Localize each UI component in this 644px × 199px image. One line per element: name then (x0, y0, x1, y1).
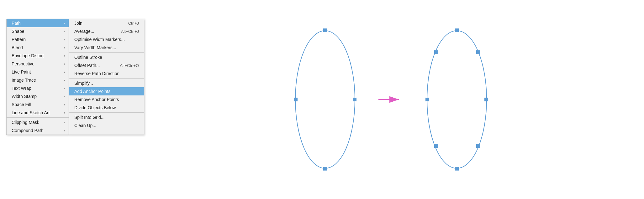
left-menu-item[interactable]: Perspective› (7, 60, 69, 68)
ellipse-container (291, 21, 491, 178)
menu-separator (69, 78, 144, 79)
menu-item-label: Clean Up... (74, 123, 139, 128)
menu-item-label: Shape (12, 29, 58, 34)
right-menu-item[interactable]: JoinCtrl+J (69, 19, 144, 27)
right-menu-item[interactable]: Simplify... (69, 79, 144, 87)
submenu-arrow-icon: › (64, 95, 65, 98)
left-menu-item[interactable]: Blend› (7, 43, 69, 52)
menu-item-label: Offset Path... (74, 63, 110, 68)
right-menu-item[interactable]: Reverse Path Direction (69, 69, 144, 78)
left-menu: Path›Shape›Pattern›Blend›Envelope Distor… (6, 19, 69, 135)
menu-item-label: Add Anchor Points (74, 89, 139, 94)
menu-shortcut: Alt+Ctrl+O (120, 63, 139, 68)
right-menu-item[interactable]: Optimise Width Markers... (69, 35, 144, 43)
submenu-arrow-icon: › (64, 30, 65, 33)
menu-item-label: Image Trace (12, 78, 58, 83)
submenu-arrow-icon: › (64, 62, 65, 66)
left-menu-item[interactable]: Line and Sketch Art› (7, 109, 69, 117)
left-menu-item[interactable]: Shape› (7, 27, 69, 35)
anchor-point (476, 50, 480, 54)
submenu-arrow-icon: › (64, 111, 65, 115)
after-ellipse (422, 21, 491, 178)
svg-point-0 (295, 31, 355, 168)
menu-item-label: Reverse Path Direction (74, 71, 139, 76)
menu-shortcut: Alt+Ctrl+J (121, 29, 139, 34)
left-menu-item[interactable]: Image Trace› (7, 76, 69, 84)
right-menu-item[interactable]: Split Into Grid... (69, 113, 144, 121)
right-menu-item[interactable]: Outline Stroke (69, 53, 144, 61)
left-menu-item[interactable]: Space Fill› (7, 100, 69, 109)
menu-item-label: Compound Path (12, 128, 58, 133)
left-menu-item[interactable]: Clipping Mask› (7, 118, 69, 126)
illustration-area (144, 6, 638, 193)
menu-item-label: Vary Width Markers... (74, 45, 139, 50)
left-menu-item[interactable]: Compound Path› (7, 126, 69, 135)
menu-separator (69, 52, 144, 53)
anchor-point (484, 98, 488, 101)
submenu-arrow-icon: › (64, 87, 65, 90)
menu-item-label: Pattern (12, 37, 58, 42)
anchor-point (476, 144, 480, 148)
menu-separator (69, 112, 144, 113)
menu-area: Path›Shape›Pattern›Blend›Envelope Distor… (6, 19, 144, 135)
submenu-arrow-icon: › (64, 79, 65, 82)
arrow (378, 93, 404, 106)
anchor-point (294, 98, 298, 101)
menu-item-label: Join (74, 21, 119, 26)
right-menu-item[interactable]: Average...Alt+Ctrl+J (69, 27, 144, 35)
anchor-point (323, 28, 327, 32)
anchor-point (353, 98, 356, 101)
menu-item-label: Text Wrap (12, 86, 58, 91)
menu-item-label: Outline Stroke (74, 55, 139, 60)
left-menu-item[interactable]: Path› (7, 19, 69, 27)
left-menu-item[interactable]: Pattern› (7, 35, 69, 43)
menu-shortcut: Ctrl+J (128, 21, 139, 26)
anchor-point (434, 144, 438, 148)
left-menu-item[interactable]: Text Wrap› (7, 84, 69, 92)
submenu-arrow-icon: › (64, 46, 65, 49)
menu-item-label: Remove Anchor Points (74, 97, 139, 102)
right-menu: JoinCtrl+JAverage...Alt+Ctrl+JOptimise W… (69, 19, 144, 135)
right-menu-item[interactable]: Add Anchor Points (69, 87, 144, 95)
anchor-point (434, 50, 438, 54)
submenu-arrow-icon: › (64, 103, 65, 106)
menu-item-label: Width Stamp (12, 94, 58, 99)
submenu-arrow-icon: › (64, 22, 65, 25)
menu-item-label: Line and Sketch Art (12, 110, 58, 115)
anchor-point (455, 167, 459, 171)
right-menu-item[interactable]: Divide Objects Below (69, 104, 144, 112)
menu-item-label: Live Paint (12, 69, 58, 74)
left-menu-item[interactable]: Live Paint› (7, 68, 69, 76)
left-menu-item[interactable]: Width Stamp› (7, 92, 69, 100)
submenu-arrow-icon: › (64, 38, 65, 41)
anchor-point (455, 28, 459, 32)
menu-item-label: Split Into Grid... (74, 115, 139, 120)
right-menu-item[interactable]: Vary Width Markers... (69, 43, 144, 52)
before-ellipse (291, 21, 360, 178)
anchor-point (323, 167, 327, 171)
right-menu-item[interactable]: Remove Anchor Points (69, 95, 144, 104)
menu-item-label: Optimise Width Markers... (74, 37, 139, 42)
menu-item-label: Envelope Distort (12, 53, 58, 58)
anchor-point (425, 98, 429, 101)
menu-item-label: Divide Objects Below (74, 105, 139, 110)
menu-item-label: Simplify... (74, 81, 139, 86)
menu-item-label: Average... (74, 29, 112, 34)
menu-separator (7, 117, 69, 118)
right-menu-item[interactable]: Clean Up... (69, 121, 144, 130)
menu-item-label: Clipping Mask (12, 120, 58, 125)
submenu-arrow-icon: › (64, 70, 65, 74)
menu-item-label: Path (12, 21, 58, 26)
menu-item-label: Space Fill (12, 102, 58, 107)
menu-item-label: Blend (12, 45, 58, 50)
submenu-arrow-icon: › (64, 121, 65, 124)
left-menu-item[interactable]: Envelope Distort› (7, 52, 69, 60)
right-menu-item[interactable]: Offset Path...Alt+Ctrl+O (69, 61, 144, 69)
menu-item-label: Perspective (12, 61, 58, 66)
main-container: Path›Shape›Pattern›Blend›Envelope Distor… (0, 0, 644, 199)
submenu-arrow-icon: › (64, 54, 65, 58)
submenu-arrow-icon: › (64, 129, 65, 132)
